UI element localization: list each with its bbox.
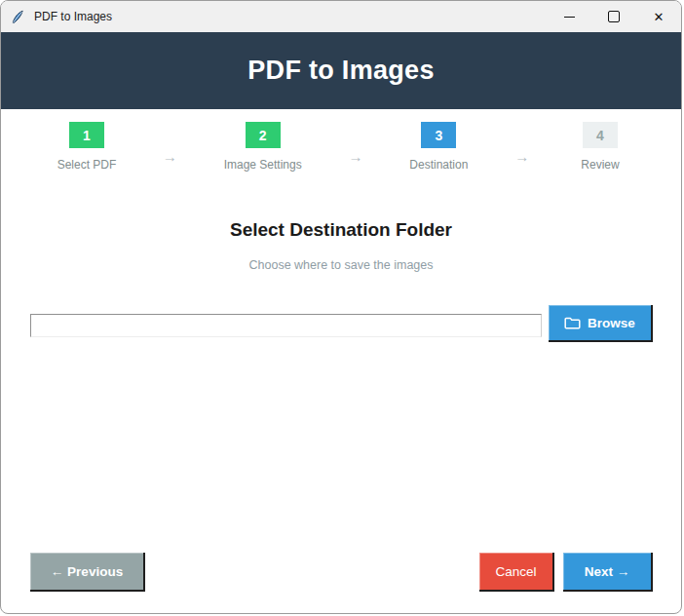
next-button[interactable]: Next → [563,553,653,592]
app-header-title: PDF to Images [247,56,434,86]
cancel-button[interactable]: Cancel [479,553,554,592]
browse-button-label: Browse [588,316,635,330]
destination-row: Browse [30,305,653,342]
step-label: Select PDF [57,158,117,172]
step-arrow-icon: → [145,148,195,165]
step-label: Destination [409,158,468,172]
step-number: 2 [246,122,281,148]
destination-folder-input[interactable] [30,314,542,337]
previous-button[interactable]: ← Previous [30,553,145,592]
app-header: PDF to Images [1,32,681,109]
step-label: Image Settings [224,158,302,172]
maximize-icon [608,11,620,22]
close-icon: ✕ [654,11,665,23]
step-number: 3 [421,122,456,148]
step-label: Review [581,158,619,172]
step-arrow-icon: → [331,148,381,165]
window-controls: ✕ [547,1,681,32]
close-button[interactable]: ✕ [636,1,681,32]
browse-button[interactable]: Browse [549,305,653,342]
step-number: 1 [69,122,104,148]
wizard-step-select-pdf: 1Select PDF [28,122,145,172]
titlebar[interactable]: PDF to Images ✕ [1,1,681,32]
folder-icon [564,316,581,329]
wizard-step-image-settings: 2Image Settings [195,122,331,172]
wizard-steps: 1Select PDF→2Image Settings→3Destination… [1,109,681,172]
minimize-button[interactable] [547,1,591,32]
minimize-icon [564,17,575,18]
maximize-button[interactable] [591,1,636,32]
page-title: Select Destination Folder [1,219,681,241]
step-arrow-icon: → [497,148,547,165]
app-window: PDF to Images ✕ PDF to Images 1Select PD… [0,0,682,614]
wizard-step-destination: 3Destination [380,122,497,172]
footer-bar: ← Previous Cancel Next → [30,553,653,592]
window-title: PDF to Images [34,10,112,23]
wizard-step-review: 4Review [547,122,654,172]
step-number: 4 [583,122,618,148]
app-feather-icon [10,9,25,24]
page-subtitle: Choose where to save the images [1,258,681,272]
